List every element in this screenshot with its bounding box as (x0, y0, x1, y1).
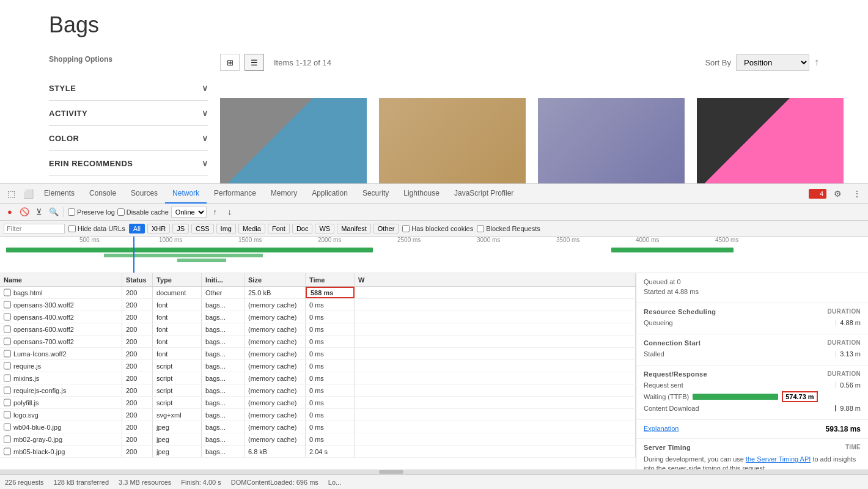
row-checkbox-6[interactable] (4, 362, 11, 370)
devtools-tab-javascript-profiler[interactable]: JavaScript Profiler (447, 184, 521, 204)
row-name-7: mixins.js (0, 372, 122, 384)
record-button[interactable]: ● (4, 206, 16, 218)
devtools-tab-performance[interactable]: Performance (207, 184, 263, 204)
devtools-tab-security[interactable]: Security (355, 184, 396, 204)
row-type-12: jpeg (153, 433, 202, 445)
horizontal-scrollbar[interactable] (0, 469, 868, 474)
devtools-tab-elements[interactable]: Elements (37, 184, 82, 204)
product-image-2 (379, 98, 526, 183)
row-checkbox-4[interactable] (4, 337, 11, 345)
row-size-6: (memory cache) (245, 360, 306, 372)
disable-cache-checkbox[interactable]: Disable cache (117, 208, 169, 216)
disable-cache-input[interactable] (117, 208, 125, 216)
row-checkbox-12[interactable] (4, 435, 11, 443)
settings-button[interactable]: ⚙ (829, 185, 846, 202)
filter-tag-other[interactable]: Other (373, 224, 399, 233)
row-checkbox-5[interactable] (4, 350, 11, 358)
filter-tag-doc[interactable]: Doc (292, 224, 313, 233)
status-finish: Finish: 4.00 s (181, 479, 221, 486)
filter-tag-all[interactable]: All (129, 224, 145, 233)
filter-title-erin[interactable]: ERIN RECOMMENDS ∨ (49, 158, 208, 168)
row-time-8: 0 ms (306, 384, 355, 396)
network-row-7[interactable]: mixins.js 200 script bags... (memory cac… (0, 372, 636, 384)
network-row-10[interactable]: logo.svg 200 svg+xml bags... (memory cac… (0, 409, 636, 421)
inspect-element-button[interactable]: ⬚ (2, 185, 20, 202)
clear-button[interactable]: 🚫 (18, 206, 31, 218)
filter-tag-ws[interactable]: WS (315, 224, 334, 233)
sidebar-filters: Shopping Options STYLE ∨ ACTIVITY ∨ COLO… (49, 55, 208, 176)
preserve-log-input[interactable] (68, 208, 75, 216)
timeline-far-bar (611, 248, 734, 252)
grid-view-button[interactable]: ⊞ (220, 54, 240, 71)
network-row-3[interactable]: opensans-600.woff2 200 font bags... (mem… (0, 323, 636, 336)
filter-title-style[interactable]: STYLE ∨ (49, 83, 208, 93)
devtools-tab-console[interactable]: Console (82, 184, 123, 204)
filter-button[interactable]: ⊻ (33, 206, 45, 218)
devtools-tab-sources[interactable]: Sources (123, 184, 165, 204)
row-checkbox-11[interactable] (4, 423, 11, 431)
row-checkbox-8[interactable] (4, 386, 11, 394)
filter-section-color[interactable]: COLOR ∨ (49, 126, 208, 151)
explanation-link[interactable]: Explanation (644, 425, 679, 433)
filter-section-style[interactable]: STYLE ∨ (49, 76, 208, 101)
row-checkbox-7[interactable] (4, 374, 11, 382)
more-options-button[interactable]: ⋮ (848, 185, 866, 202)
device-mode-button[interactable]: ⬜ (20, 185, 37, 202)
row-checkbox-0[interactable] (4, 289, 11, 296)
filter-section-activity[interactable]: ACTIVITY ∨ (49, 101, 208, 126)
detail-stalled-row: Stalled 3.13 m (644, 350, 861, 358)
row-checkbox-13[interactable] (4, 447, 11, 455)
search-button[interactable]: 🔍 (48, 206, 60, 218)
network-row-8[interactable]: requirejs-config.js 200 script bags... (… (0, 384, 636, 397)
filter-tag-manifest[interactable]: Manifest (337, 224, 371, 233)
has-blocked-cookies-checkbox[interactable]: Has blocked cookies (402, 225, 473, 232)
list-view-button[interactable]: ☰ (245, 54, 264, 71)
devtools-tab-network[interactable]: Network (165, 184, 207, 204)
devtools-tab-memory[interactable]: Memory (263, 184, 304, 204)
row-size-9: (memory cache) (245, 397, 306, 408)
filter-tag-js[interactable]: JS (172, 224, 189, 233)
detail-section-title-request: Request/Response DURATION (644, 370, 861, 378)
filter-tag-img[interactable]: Img (216, 224, 236, 233)
network-row-2[interactable]: opensans-400.woff2 200 font bags... (mem… (0, 311, 636, 323)
row-checkbox-9[interactable] (4, 399, 11, 406)
header-time: Time (306, 273, 355, 286)
scrollbar-thumb[interactable] (379, 470, 403, 474)
row-checkbox-1[interactable] (4, 301, 11, 309)
row-checkbox-2[interactable] (4, 313, 11, 321)
filter-title-activity[interactable]: ACTIVITY ∨ (49, 108, 208, 118)
network-row-4[interactable]: opensans-700.woff2 200 font bags... (mem… (0, 336, 636, 348)
network-row-6[interactable]: require.js 200 script bags... (memory ca… (0, 360, 636, 372)
sort-select[interactable]: Position (736, 54, 809, 71)
filter-tag-font[interactable]: Font (268, 224, 290, 233)
blocked-requests-checkbox[interactable]: Blocked Requests (477, 225, 540, 232)
filter-tag-media[interactable]: Media (238, 224, 265, 233)
filter-chevron-color: ∨ (202, 133, 208, 143)
server-timing-api-link[interactable]: the Server Timing API (746, 455, 811, 463)
hide-data-urls-checkbox[interactable]: Hide data URLs (68, 225, 125, 232)
filter-section-erin[interactable]: ERIN RECOMMENDS ∨ (49, 151, 208, 176)
row-checkbox-3[interactable] (4, 325, 11, 333)
row-size-5: (memory cache) (245, 348, 306, 359)
filter-tag-xhr[interactable]: XHR (147, 224, 170, 233)
filter-input[interactable] (4, 224, 65, 233)
devtools-tab-lighthouse[interactable]: Lighthouse (396, 184, 447, 204)
network-row-12[interactable]: mb02-gray-0.jpg 200 jpeg bags... (memory… (0, 433, 636, 446)
export-button[interactable]: ↓ (224, 206, 236, 218)
import-button[interactable]: ↑ (209, 206, 221, 218)
network-row-9[interactable]: polyfill.js 200 script bags... (memory c… (0, 397, 636, 409)
filter-title-color[interactable]: COLOR ∨ (49, 133, 208, 143)
row-init-6: bags... (202, 360, 245, 372)
network-row-5[interactable]: Luma-Icons.woff2 200 font bags... (memor… (0, 348, 636, 360)
network-row-13[interactable]: mb05-black-0.jpg 200 jpeg bags... 6.8 kB… (0, 446, 636, 458)
throttle-select[interactable]: Online (171, 207, 207, 218)
row-time-12: 0 ms (306, 433, 355, 445)
devtools-tab-application[interactable]: Application (304, 184, 355, 204)
sort-arrow-icon[interactable]: ↑ (814, 57, 819, 68)
network-row-0[interactable]: bags.html 200 document Other 25.0 kB 588… (0, 287, 636, 299)
filter-tag-css[interactable]: CSS (191, 224, 214, 233)
network-row-1[interactable]: opensans-300.woff2 200 font bags... (mem… (0, 299, 636, 311)
network-row-11[interactable]: wb04-blue-0.jpg 200 jpeg bags... (memory… (0, 421, 636, 433)
preserve-log-checkbox[interactable]: Preserve log (68, 208, 115, 216)
row-checkbox-10[interactable] (4, 411, 11, 419)
